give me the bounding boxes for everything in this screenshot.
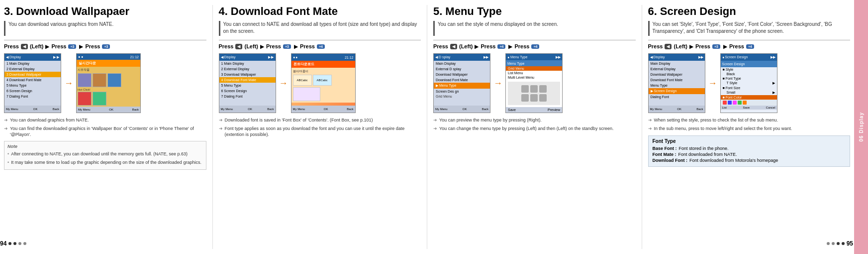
press-line-3: Press ◀ (Left) ▶ Press ≡3 ▶ Press ≡3 — [4, 43, 206, 49]
press-4-1: Press — [219, 43, 234, 49]
arrow-5-1: ▶ — [475, 44, 479, 49]
phone-statusbar-6-left: ◀ Display ▶▶ — [649, 54, 705, 61]
divider-4 — [219, 40, 421, 40]
font-type-val-3: Font downloaded from Motorola's homepage — [689, 158, 778, 163]
menu-type-3l: 5 Menu Type — [4, 83, 61, 88]
note-box-3: Note • After connecting to NATE, you can… — [4, 141, 206, 170]
sidebar-pink: 06 Display — [854, 0, 868, 254]
desc-bar-5 — [433, 21, 435, 36]
swatch-red — [723, 101, 727, 105]
fontmate-content-4: 봄비/여름비 ABCabc ABCabc — [291, 68, 355, 103]
note-label-3: Note — [7, 143, 203, 150]
wallpaper-thumb-3 — [107, 73, 121, 87]
sd-fontcolor: ■ Font Color — [721, 95, 777, 100]
arrow-4-2: ▶ — [294, 44, 298, 49]
section-3-title: Download Wallpapaer — [16, 5, 129, 18]
note-item-3-1: • After connecting to NATE, you can down… — [7, 151, 203, 157]
menu-ext-display-3l: 2 External Display — [4, 66, 61, 72]
swatch-pink — [733, 101, 737, 105]
menu-dlf-4l: 4 Download Font Mate — [219, 77, 276, 83]
bullet-text-4-2: Font type applies as soon as you downloa… — [225, 126, 421, 138]
screenshots-5: ◀ D splay ▶▶ Main Display External D spl… — [433, 53, 636, 113]
screenshot-5-left: ◀ D splay ▶▶ Main Display External D spl… — [433, 53, 490, 113]
phone-statusbar-5-right: ∎ Menu Type ▶▶ — [506, 54, 562, 60]
screenshots-3: ◀ Display ▶ ▶ 1 Main Display 2 External … — [4, 53, 206, 113]
btn-5-4a: ≡4 — [497, 44, 505, 49]
sd-fonttype: ■ Font Type — [721, 76, 777, 81]
press-line-4: Press ◀ (Left) ▶ Press ≡3 ▶ Press ≡4 — [219, 43, 421, 49]
note-item-3-2: • It may take some time to load up the g… — [7, 159, 203, 166]
arrow-4-1: ▶ — [260, 44, 264, 49]
bullets-5: ➜ You can preview the menu type by press… — [433, 117, 636, 131]
bullet-arrow-5-2: ➜ — [433, 126, 437, 132]
arrow-between-4: → — [279, 78, 288, 89]
btn-left-5: ◀ — [450, 44, 457, 49]
menu-ext-6l: External Display — [649, 66, 705, 72]
bullet-arrow-4-1: ➜ — [219, 117, 223, 124]
screenshot-3-left: ◀ Display ▶ ▶ 1 Main Display 2 External … — [4, 53, 61, 113]
dot4 — [23, 242, 26, 245]
menu-grid-5r: Grid Menu — [506, 66, 562, 71]
section-3-desc-text: You can download various graphics from N… — [8, 21, 113, 28]
sd-style: ■ Style — [721, 67, 777, 72]
btn-5-4b: ≡4 — [531, 44, 539, 49]
arrow-between-5: → — [493, 78, 502, 89]
press-6-1: Press — [648, 43, 663, 49]
menu-mt-4l: 5 Menu Type — [219, 83, 276, 88]
press-5-1: Press — [433, 43, 448, 49]
bullet-arrow-3-1: ➜ — [4, 117, 8, 124]
section-5-desc-text: You can set the style of menu displayed … — [438, 21, 558, 28]
section-6-title: Screen Design — [660, 5, 736, 18]
bullets-4: ➜ Downloaded font is saved in 'Font Box'… — [219, 117, 421, 138]
press-3-left-label: (Left) — [30, 43, 44, 49]
menu-main-6l: Main Display — [649, 61, 705, 66]
divider-3 — [4, 40, 206, 40]
phone-ui-6-left: ◀ Display ▶▶ Main Display External Displ… — [649, 54, 705, 113]
menu-main-4l: 1 Main Display — [219, 61, 276, 66]
arrow-3-1: ▶ — [45, 44, 49, 49]
bullets-3: ➜ You can download graphics from NATE. ➜… — [4, 117, 206, 138]
swatch-blue — [728, 101, 732, 105]
phone-ui-4-left: ◀ Display ▶ ▶ 1 Main Display 2 External … — [219, 54, 276, 113]
note-text-3-2: It may take some time to load up the gra… — [11, 159, 201, 166]
page-container: 94 3. Download Wallpapaer You can downlo… — [0, 0, 868, 254]
sd-black: Black — [721, 72, 777, 76]
menu-screen-3l: 6 Screen Design — [4, 88, 61, 94]
press-6-3: Press — [729, 43, 744, 49]
section-6-header: 6. Screen Design — [648, 5, 851, 18]
arrow-between-3: → — [64, 78, 73, 89]
section-5-title: Menu Type — [445, 5, 501, 18]
phone-ui-5-left: ◀ D splay ▶▶ Main Display External D spl… — [434, 54, 490, 113]
section-4-number: 4. — [219, 5, 228, 18]
section-5-header: 5. Menu Type — [433, 5, 636, 18]
menu-dl-font-3l: 4 Download Font Mate — [4, 77, 61, 83]
phone-bottom-3l: My MenuOKBack — [4, 106, 61, 113]
btn-6-3a: ≡3 — [712, 44, 720, 49]
bullet-4-1: ➜ Downloaded font is saved in 'Font Box'… — [219, 117, 421, 124]
menu-mt-6l: Menu Type — [649, 83, 705, 88]
screenshot-6-right: ∎ Screen Design ▶▶ Screen Design ■ Style… — [720, 53, 777, 113]
font-type-key-3: Download Font : — [653, 158, 687, 163]
bullet-text-3-1: You can download graphics from NATE. — [10, 117, 89, 124]
menu-list-5r: List Menu — [506, 71, 562, 75]
menu-preview-5r — [508, 82, 560, 105]
press-6-2: Press — [695, 43, 710, 49]
press-3-2: Press — [51, 43, 66, 49]
phone-ui-6-right: ∎ Screen Design ▶▶ Screen Design ■ Style… — [721, 54, 777, 113]
phone-bottom-6r: ListSaveCancel — [721, 106, 777, 110]
wallpaper-title-3: 실시간다운 — [77, 60, 140, 67]
menu-dlwp-4l: 3 Download Wallpaper — [219, 72, 276, 77]
press-3-1: Press — [4, 43, 19, 49]
font-banner — [293, 87, 320, 101]
wallpaper-thumb-5 — [93, 92, 106, 106]
section-4-title: Download Font Mate — [231, 5, 338, 18]
font-type-box: Font Type Base Font : Font stored in the… — [648, 135, 851, 167]
bullet-arrow-4-2: ➜ — [219, 126, 223, 132]
bullet-arrow-5-1: ➜ — [433, 117, 437, 124]
btn-left-6: ◀ — [665, 44, 672, 49]
menu-dlf-5l: Download Font Mate — [434, 77, 490, 83]
arrow-6-1: ▶ — [689, 44, 693, 49]
sd-small: Small▶ — [721, 90, 777, 95]
btn-3-3a: ≡3 — [68, 44, 76, 49]
font-type-title: Font Type — [653, 138, 846, 144]
